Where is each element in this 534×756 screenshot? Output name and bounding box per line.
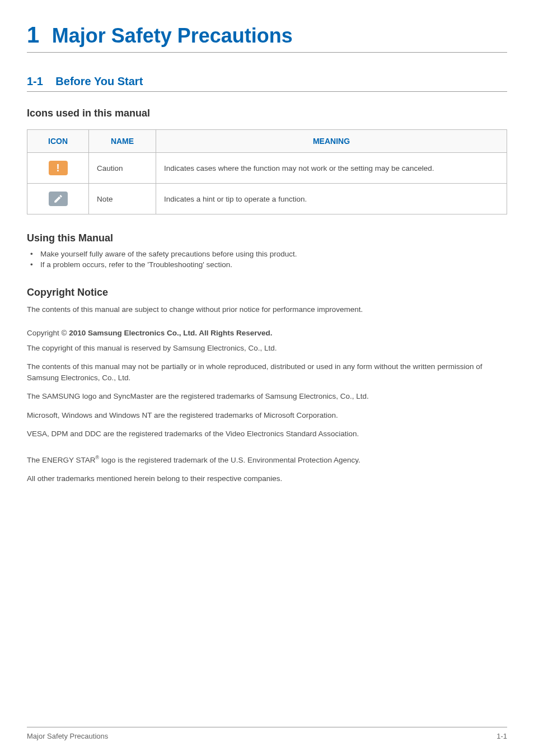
- copyright-intro: The contents of this manual are subject …: [27, 304, 507, 315]
- copyright-paragraph: Microsoft, Windows and Windows NT are th…: [27, 410, 507, 421]
- meaning-cell: Indicates a hint or tip to operate a fun…: [156, 184, 507, 214]
- copyright-paragraph: The copyright of this manual is reserved…: [27, 343, 507, 354]
- table-row: ! Caution Indicates cases where the func…: [27, 153, 507, 184]
- page-footer: Major Safety Precautions 1-1: [27, 727, 507, 740]
- copyright-paragraph: VESA, DPM and DDC are the registered tra…: [27, 428, 507, 440]
- energy-star-post: logo is the registered trademark of the …: [99, 455, 360, 464]
- exclamation-icon: !: [57, 162, 60, 174]
- pencil-icon: [53, 194, 63, 204]
- table-row: Note Indicates a hint or tip to operate …: [27, 184, 507, 214]
- meaning-cell: Indicates cases where the function may n…: [156, 153, 507, 184]
- footer-left: Major Safety Precautions: [27, 732, 108, 740]
- name-cell: Note: [89, 184, 156, 214]
- using-manual-list: Make yourself fully aware of the safety …: [27, 250, 507, 269]
- icon-cell: !: [27, 153, 89, 184]
- energy-star-pre: The ENERGY STAR: [27, 455, 96, 464]
- section-title: Before You Start: [55, 75, 143, 87]
- footer-right: 1-1: [496, 732, 507, 740]
- copyright-line: Copyright © 2010 Samsung Electronics Co.…: [27, 329, 507, 337]
- copyright-title: Copyright Notice: [27, 287, 507, 298]
- icons-subsection-title: Icons used in this manual: [27, 108, 507, 119]
- section-header: 1-1 Before You Start: [27, 75, 507, 92]
- chapter-header: 1 Major Safety Precautions: [27, 22, 507, 53]
- chapter-title: Major Safety Precautions: [52, 24, 293, 47]
- table-header-name: NAME: [89, 130, 156, 153]
- caution-icon: !: [49, 161, 68, 175]
- trademarks-final: All other trademarks mentioned herein be…: [27, 473, 507, 484]
- table-header-icon: ICON: [27, 130, 89, 153]
- copyright-bold: 2010 Samsung Electronics Co., Ltd. All R…: [69, 329, 272, 337]
- copyright-paragraph: The SAMSUNG logo and SyncMaster are the …: [27, 391, 507, 402]
- note-icon: [49, 192, 68, 206]
- icon-cell: [27, 184, 89, 214]
- table-header-meaning: MEANING: [156, 130, 507, 153]
- icons-table: ICON NAME MEANING ! Caution Indicates ca…: [27, 129, 507, 214]
- section-number: 1-1: [27, 75, 43, 87]
- list-item: If a problem occurs, refer to the 'Troub…: [30, 260, 507, 269]
- using-manual-title: Using this Manual: [27, 232, 507, 244]
- copyright-prefix: Copyright ©: [27, 329, 69, 337]
- name-cell: Caution: [89, 153, 156, 184]
- copyright-paragraph: The contents of this manual may not be p…: [27, 361, 507, 383]
- energy-star-line: The ENERGY STAR® logo is the registered …: [27, 454, 507, 465]
- list-item: Make yourself fully aware of the safety …: [30, 250, 507, 258]
- chapter-number: 1: [27, 22, 39, 47]
